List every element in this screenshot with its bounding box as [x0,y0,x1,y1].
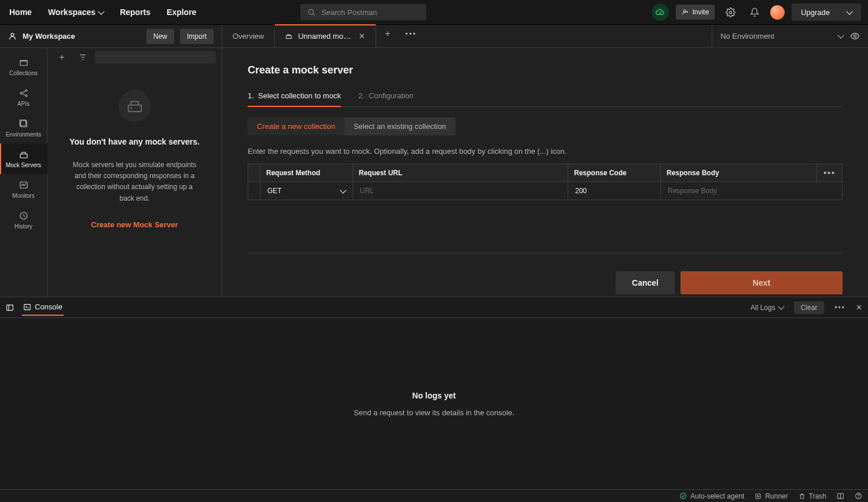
side-search[interactable] [95,51,216,64]
rail-mock-servers[interactable]: Mock Servers [0,143,47,174]
runner-label: Runner [765,492,788,500]
empty-desc: Mock servers let you simulate endpoints … [68,160,201,204]
tab-options-button[interactable]: ••• [399,25,422,42]
rail-monitors[interactable]: Monitors [0,174,47,205]
svg-point-2 [729,11,731,13]
tab-overview[interactable]: Overview [222,25,275,47]
filter-button[interactable] [74,49,91,66]
step-select-collection[interactable]: 1. Select collection to mock [248,86,341,107]
nav-home[interactable]: Home [9,8,32,17]
two-pane-button[interactable] [837,492,844,500]
trash-button[interactable]: Trash [799,492,826,500]
trash-icon [799,493,806,500]
new-tab-button[interactable] [376,25,399,42]
svg-point-19 [681,493,686,499]
settings-button[interactable] [722,3,739,21]
workspace-name[interactable]: My Workspace [23,32,141,40]
rail-history[interactable]: History [0,205,47,235]
invite-button[interactable]: Invite [676,5,715,20]
nav-workspaces[interactable]: Workspaces [48,8,104,17]
svg-point-3 [11,34,14,36]
trash-label: Trash [809,492,826,500]
chevron-down-icon [837,32,844,38]
upgrade-label: Upgrade [801,8,830,17]
history-icon [19,211,29,221]
dots-icon: ••• [405,29,417,38]
runner-button[interactable]: Runner [755,492,788,500]
top-navbar: Home Workspaces Reports Explore Search P… [0,0,868,25]
rail-environments[interactable]: Environments [0,113,47,143]
row-checkbox[interactable] [248,182,260,200]
global-search[interactable]: Search Postman [300,4,426,20]
code-input[interactable] [568,182,660,200]
empty-illustration [119,90,151,122]
console-tab[interactable]: Console [22,299,64,316]
svg-rect-12 [20,154,27,158]
server-icon [126,97,144,115]
create-mock-link[interactable]: Create new Mock Server [91,220,178,229]
svg-rect-4 [286,36,292,39]
th-method: Request Method [260,164,353,182]
rail-apis[interactable]: APIs [0,82,47,113]
environment-label: No Environment [720,32,832,40]
method-select[interactable]: GET [260,182,352,200]
subtab-create-new[interactable]: Create a new collection [248,117,344,135]
console-empty-desc: Send a request to view its details in th… [354,408,514,417]
svg-point-8 [25,90,27,91]
svg-point-16 [131,108,131,108]
chevron-down-icon [846,8,852,14]
subtab-select-existing[interactable]: Select an existing collection [344,117,455,135]
help-button[interactable] [855,492,862,500]
console-more-button[interactable]: ••• [834,304,845,312]
url-input[interactable] [353,182,568,200]
log-filter[interactable]: All Logs [751,304,784,312]
nav-reports[interactable]: Reports [120,8,150,17]
new-button[interactable]: New [146,29,174,44]
clear-button[interactable]: Clear [794,301,825,314]
rail-label: Monitors [12,193,34,199]
eye-icon[interactable] [850,31,860,41]
close-icon[interactable]: ✕ [359,32,365,40]
svg-point-23 [858,497,859,498]
folder-icon [19,57,29,68]
dots-icon: ••• [823,168,836,178]
cancel-button[interactable]: Cancel [616,271,675,294]
left-rail: Collections APIs Environments Mock Serve… [0,48,47,297]
import-button[interactable]: Import [180,29,214,44]
tab-unnamed-mock[interactable]: Unnamed mock se... ✕ [275,25,376,47]
server-icon [285,32,292,40]
th-url: Request URL [353,164,568,182]
create-mock-button[interactable] [53,49,71,66]
th-code: Response Code [568,164,661,182]
server-icon [19,149,29,160]
rail-label: Environments [6,131,41,138]
environment-selector[interactable]: No Environment [712,25,868,47]
filter-icon [79,53,87,61]
th-more[interactable]: ••• [817,164,843,182]
gear-icon [726,8,735,17]
empty-title: You don't have any mock servers. [69,136,200,148]
api-icon [19,88,29,98]
play-icon [755,493,762,500]
step-configuration[interactable]: 2. Configuration [358,86,413,106]
svg-rect-15 [128,105,141,112]
help-icon [855,492,862,500]
hint-text: Enter the requests you want to mock. Opt… [248,147,843,156]
svg-point-5 [854,35,856,37]
agent-status[interactable]: Auto-select agent [679,492,744,500]
nav-explore[interactable]: Explore [167,8,196,17]
rail-collections[interactable]: Collections [0,51,47,82]
console-empty-title: No logs yet [412,391,455,400]
layout-icon [837,492,844,500]
upgrade-button[interactable]: Upgrade [792,3,861,21]
console-tab-label: Console [35,302,62,311]
panel-icon[interactable] [6,304,14,312]
body-input[interactable] [661,182,842,200]
agent-label: Auto-select agent [690,492,744,500]
chevron-down-icon [98,8,104,14]
notifications-button[interactable] [746,3,763,21]
user-avatar[interactable] [770,5,785,20]
next-button[interactable]: Next [681,271,843,294]
sync-status-icon[interactable] [652,3,669,21]
console-close-button[interactable]: ✕ [856,303,862,312]
